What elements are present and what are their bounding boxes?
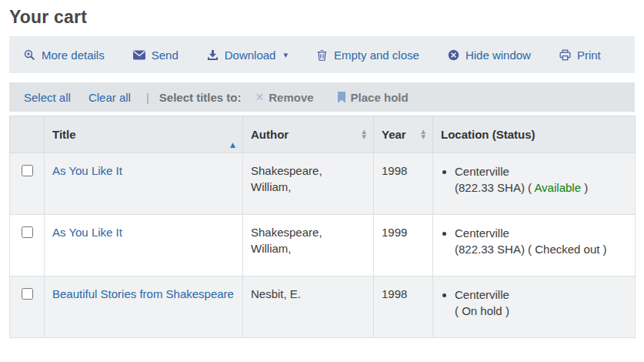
call-number: (822.33 SHA) ( xyxy=(455,243,535,256)
author-cell: Shakespeare, William, xyxy=(243,153,374,215)
caret-down-icon: ▾ xyxy=(283,50,288,60)
remove-selected-button[interactable]: ✕ Remove xyxy=(255,91,314,104)
print-label: Print xyxy=(577,49,601,62)
empty-and-close-label: Empty and close xyxy=(334,49,419,62)
checkbox-cell xyxy=(10,277,45,338)
location-name: Centerville xyxy=(455,226,509,240)
send-button[interactable]: Send xyxy=(133,49,179,62)
select-titles-label: Select titles to: xyxy=(159,91,242,104)
clear-all-link[interactable]: Clear all xyxy=(88,91,131,104)
title-link[interactable]: As You Like It xyxy=(52,226,122,239)
row-select-checkbox[interactable] xyxy=(22,226,33,238)
row-select-checkbox[interactable] xyxy=(22,165,33,176)
location-item: Centerville (822.33 SHA) ( Available ) xyxy=(455,163,627,196)
page-title: Your cart xyxy=(9,7,644,28)
location-name: Centerville xyxy=(455,288,509,301)
author-cell: Nesbit, E. xyxy=(243,277,374,338)
divider: | xyxy=(146,91,149,104)
sort-ascending-icon: ▲ xyxy=(230,142,235,149)
year-cell: 1999 xyxy=(374,215,433,277)
location-cell: Centerville (822.33 SHA) ( Available ) xyxy=(433,153,636,215)
more-details-button[interactable]: More details xyxy=(24,49,105,62)
cart-table: Title ▲ Author ▲ ▼ Year ▲ ▼ Location (St… xyxy=(9,116,636,338)
location-name: Centerville xyxy=(455,165,509,178)
hide-window-button[interactable]: Hide window xyxy=(448,49,531,62)
checkbox-cell xyxy=(10,153,45,215)
year-cell: 1998 xyxy=(374,277,433,338)
remove-label: Remove xyxy=(269,91,313,104)
title-cell: As You Like It xyxy=(45,215,243,277)
location-item: Centerville (822.33 SHA) ( Checked out ) xyxy=(455,225,627,257)
hide-window-label: Hide window xyxy=(465,49,531,62)
author-column-header[interactable]: Author ▲ ▼ xyxy=(243,116,374,153)
location-column-header: Location (Status) xyxy=(433,116,636,153)
zoom-in-icon xyxy=(24,49,35,61)
checkbox-column-header xyxy=(10,116,45,153)
more-details-label: More details xyxy=(42,49,105,62)
send-label: Send xyxy=(152,49,179,62)
cart-toolbar: More details Send Download ▾ Em xyxy=(9,36,635,73)
call-number: (822.33 SHA) ( xyxy=(455,181,534,194)
sort-both-icon: ▲ ▼ xyxy=(421,129,425,141)
year-column-header[interactable]: Year ▲ ▼ xyxy=(374,116,433,153)
status-badge: Available xyxy=(534,181,581,194)
title-cell: As You Like It xyxy=(45,153,243,215)
location-cell: Centerville (822.33 SHA) ( Checked out ) xyxy=(433,215,636,277)
title-column-header[interactable]: Title ▲ xyxy=(45,116,243,153)
printer-icon xyxy=(559,49,571,61)
title-link[interactable]: As You Like It xyxy=(52,164,122,177)
bookmark-icon xyxy=(337,92,346,103)
place-hold-button[interactable]: Place hold xyxy=(337,91,409,104)
download-icon xyxy=(207,49,219,61)
year-cell: 1998 xyxy=(374,153,433,215)
envelope-icon xyxy=(133,50,145,60)
checkbox-cell xyxy=(10,215,45,277)
print-button[interactable]: Print xyxy=(559,49,601,62)
sort-both-icon: ▲ ▼ xyxy=(362,129,366,141)
trash-icon xyxy=(316,49,328,61)
table-row: As You Like It Shakespeare, William, 199… xyxy=(10,153,636,215)
x-icon: ✕ xyxy=(255,91,265,103)
empty-and-close-button[interactable]: Empty and close xyxy=(316,49,419,62)
close-circle-icon xyxy=(448,49,459,61)
table-row: As You Like It Shakespeare, William, 199… xyxy=(10,215,636,277)
title-link[interactable]: Beautiful Stories from Shakespeare xyxy=(52,287,234,300)
status-badge: On hold xyxy=(462,304,502,317)
download-menu-button[interactable]: Download ▾ xyxy=(207,49,288,62)
table-header-row: Title ▲ Author ▲ ▼ Year ▲ ▼ Location (St… xyxy=(10,116,636,153)
call-number: ( xyxy=(455,304,462,317)
select-all-link[interactable]: Select all xyxy=(24,91,71,104)
row-select-checkbox[interactable] xyxy=(22,288,33,300)
table-row: Beautiful Stories from Shakespeare Nesbi… xyxy=(10,277,636,338)
status-badge: Checked out xyxy=(535,243,599,256)
place-hold-label: Place hold xyxy=(351,91,409,104)
selection-bar: Select all Clear all | Select titles to:… xyxy=(9,82,635,112)
location-item: Centerville ( On hold ) xyxy=(455,287,627,319)
download-label: Download xyxy=(225,49,276,62)
title-cell: Beautiful Stories from Shakespeare xyxy=(45,277,243,338)
author-cell: Shakespeare, William, xyxy=(243,215,374,277)
location-cell: Centerville ( On hold ) xyxy=(433,277,636,338)
